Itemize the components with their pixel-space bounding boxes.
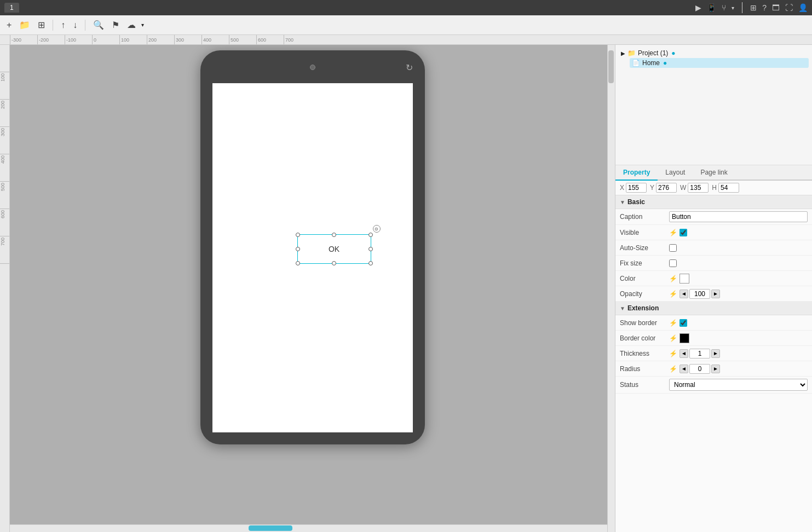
tab-layout[interactable]: Layout — [658, 165, 693, 181]
visible-lightning-icon[interactable]: ⚡ — [669, 229, 677, 236]
opacity-value[interactable] — [689, 289, 710, 299]
x-input[interactable] — [626, 183, 647, 193]
button-label: OK — [329, 245, 339, 253]
handle-tl[interactable] — [296, 233, 300, 237]
status-row: Status Normal — [615, 377, 812, 394]
fullscreen-icon[interactable]: ⛶ — [785, 3, 793, 12]
y-input[interactable] — [656, 183, 677, 193]
canvas-area[interactable]: ↻ ⊙ OK — [10, 45, 615, 532]
button-widget[interactable]: ⊙ OK — [297, 234, 371, 264]
handle-br[interactable] — [368, 261, 373, 265]
h-input[interactable] — [718, 183, 739, 193]
phone-icon[interactable]: 📱 — [707, 3, 716, 12]
tab-page-link[interactable]: Page link — [693, 165, 735, 181]
toolbar: + 📁 ⊞ ↑ ↓ 🔍 ⚑ ☁ ▾ — [0, 15, 812, 35]
opacity-lightning-icon[interactable]: ⚡ — [669, 290, 677, 298]
w-input[interactable] — [688, 183, 709, 193]
color-swatch[interactable] — [679, 274, 689, 284]
ruler-mark: 200 — [147, 35, 174, 44]
x-label: X — [620, 184, 624, 192]
thickness-increment-button[interactable]: ► — [711, 349, 720, 358]
play-icon[interactable]: ▶ — [695, 3, 701, 12]
border-color-swatch[interactable] — [679, 333, 689, 343]
ruler-mark: 0 — [92, 35, 119, 44]
w-label: W — [680, 184, 686, 192]
visible-label: Visible — [620, 229, 669, 236]
folder-icon: 📁 — [627, 49, 636, 57]
color-lightning-icon[interactable]: ⚡ — [669, 275, 677, 282]
extension-section-title: Extension — [627, 304, 659, 312]
handle-bm[interactable] — [332, 261, 336, 265]
page-item-home[interactable]: 📄 Home ● — [630, 58, 809, 68]
add-button[interactable]: + — [4, 19, 14, 31]
visible-row: Visible ⚡ — [615, 225, 812, 240]
tab-property[interactable]: Property — [615, 165, 658, 181]
tab-1[interactable]: 1 — [4, 3, 19, 13]
status-dropdown[interactable]: Normal — [669, 379, 808, 391]
show-border-lightning-icon[interactable]: ⚡ — [669, 319, 677, 327]
flag-button[interactable]: ⚑ — [110, 19, 122, 31]
cloud-button[interactable]: ☁ — [125, 19, 138, 31]
show-border-checkbox[interactable] — [679, 319, 687, 327]
ruler-mark: 400 — [201, 35, 229, 44]
project-name: Project (1) — [638, 49, 668, 57]
fix-size-label: Fix size — [620, 259, 669, 267]
handle-mr[interactable] — [368, 247, 373, 251]
device-frame: ↻ ⊙ OK — [200, 50, 425, 444]
project-item[interactable]: ▶ 📁 Project (1) ● — [619, 48, 809, 58]
coords-bar: X Y W H — [615, 181, 812, 195]
handle-bl[interactable] — [296, 261, 300, 265]
handle-tr[interactable] — [368, 233, 373, 237]
basic-section-header[interactable]: ▼ Basic — [615, 195, 812, 209]
handle-ml[interactable] — [296, 247, 300, 251]
auto-size-checkbox[interactable] — [669, 244, 677, 252]
chevron-down-icon[interactable]: ▾ — [141, 22, 144, 28]
grid-icon[interactable]: ⊞ — [750, 3, 757, 12]
thickness-decrement-button[interactable]: ◄ — [679, 349, 688, 358]
radius-label: Radius — [620, 365, 669, 373]
fix-size-checkbox[interactable] — [669, 259, 677, 267]
radius-decrement-button[interactable]: ◄ — [679, 365, 688, 373]
handle-tm[interactable] — [332, 233, 336, 237]
folder-button[interactable]: 📁 — [17, 19, 32, 31]
ruler-mark: 500 — [229, 35, 256, 44]
section-arrow-icon: ▼ — [620, 199, 625, 205]
zoom-button[interactable]: 🔍 — [91, 19, 106, 31]
thickness-lightning-icon[interactable]: ⚡ — [669, 350, 677, 357]
branch-icon[interactable]: ⑂ — [722, 3, 726, 12]
color-row: Color ⚡ — [615, 271, 812, 286]
radius-lightning-icon[interactable]: ⚡ — [669, 365, 677, 373]
device-rotate-icon[interactable]: ↻ — [406, 62, 413, 73]
opacity-decrement-button[interactable]: ◄ — [679, 290, 688, 298]
ruler-mark-v: 200 — [0, 100, 9, 127]
ruler-mark-v: 500 — [0, 182, 9, 209]
radius-increment-button[interactable]: ► — [711, 365, 720, 373]
extension-section-header[interactable]: ▼ Extension — [615, 302, 812, 315]
ruler-mark-v: 400 — [0, 154, 9, 182]
ruler-mark-v: 100 — [0, 72, 9, 100]
project-dot: ● — [671, 49, 675, 57]
avatar-icon[interactable]: 👤 — [798, 3, 808, 12]
arrow-down-button[interactable]: ↓ — [71, 19, 79, 31]
visible-checkbox[interactable] — [679, 229, 687, 236]
chevron-down-icon[interactable]: ▾ — [732, 5, 734, 11]
border-color-lightning-icon[interactable]: ⚡ — [669, 334, 677, 342]
arrow-up-button[interactable]: ↑ — [59, 19, 67, 31]
opacity-increment-button[interactable]: ► — [711, 290, 720, 298]
ruler-mark: -300 — [10, 35, 37, 44]
page-icon: 📄 — [632, 59, 640, 67]
thickness-value[interactable] — [689, 349, 710, 358]
window-icon[interactable]: 🗖 — [772, 3, 780, 12]
ruler-mark-v — [0, 45, 9, 72]
color-label: Color — [620, 275, 669, 282]
radius-row: Radius ⚡ ◄ ► — [615, 361, 812, 377]
table-button[interactable]: ⊞ — [36, 19, 47, 31]
opacity-row: Opacity ⚡ ◄ ► — [615, 286, 812, 302]
radius-value[interactable] — [689, 364, 710, 374]
status-label: Status — [620, 381, 669, 389]
caption-input[interactable] — [669, 211, 808, 222]
ruler-top: -300 -200 -100 0 100 200 300 400 500 600… — [0, 35, 812, 45]
handle-rotate[interactable]: ⊙ — [373, 225, 381, 233]
help-icon[interactable]: ? — [762, 3, 767, 12]
device-screen[interactable]: ⊙ OK — [212, 83, 413, 432]
